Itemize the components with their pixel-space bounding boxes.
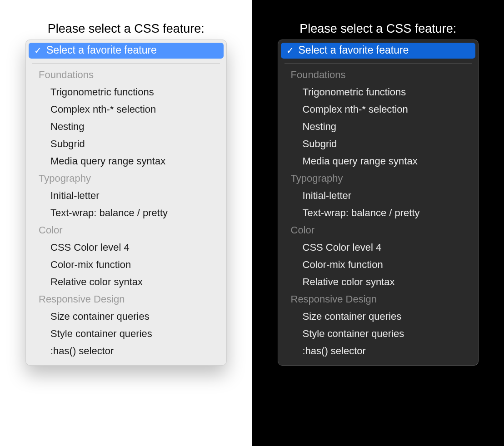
option-trigonometric-functions[interactable]: Trigonometric functions [281, 84, 476, 101]
selected-option[interactable]: ✓ Select a favorite feature [281, 43, 476, 59]
option-has-selector[interactable]: :has() selector [29, 342, 224, 360]
divider [32, 63, 220, 64]
option-style-container-queries[interactable]: Style container queries [29, 325, 224, 342]
option-color-mix-function[interactable]: Color-mix function [29, 256, 224, 273]
option-size-container-queries[interactable]: Size container queries [29, 308, 224, 325]
light-mode-pane: Please select a CSS feature: ✓ Select a … [0, 0, 252, 446]
group-label-responsive-design: Responsive Design [281, 291, 476, 308]
group-label-typography: Typography [29, 170, 224, 187]
prompt-label: Please select a CSS feature: [278, 22, 479, 36]
checkmark-icon: ✓ [286, 46, 294, 55]
option-text-wrap-balance-pretty[interactable]: Text-wrap: balance / pretty [281, 204, 476, 222]
option-subgrid[interactable]: Subgrid [281, 135, 476, 153]
group-label-foundations: Foundations [29, 66, 224, 84]
option-has-selector[interactable]: :has() selector [281, 342, 476, 360]
option-style-container-queries[interactable]: Style container queries [281, 325, 476, 342]
option-media-query-range-syntax[interactable]: Media query range syntax [29, 153, 224, 170]
dark-mode-pane: Please select a CSS feature: ✓ Select a … [252, 0, 504, 446]
option-css-color-level-4[interactable]: CSS Color level 4 [29, 239, 224, 256]
option-media-query-range-syntax[interactable]: Media query range syntax [281, 153, 476, 170]
option-relative-color-syntax[interactable]: Relative color syntax [281, 273, 476, 291]
checkmark-icon: ✓ [34, 46, 42, 55]
select-dropdown[interactable]: ✓ Select a favorite feature FoundationsT… [278, 40, 479, 366]
option-list: FoundationsTrigonometric functionsComple… [29, 66, 224, 360]
selected-option-label: Select a favorite feature [299, 44, 409, 56]
group-label-color: Color [281, 222, 476, 239]
option-initial-letter[interactable]: Initial-letter [29, 187, 224, 204]
option-nesting[interactable]: Nesting [29, 118, 224, 135]
selected-option-label: Select a favorite feature [46, 44, 157, 56]
option-nesting[interactable]: Nesting [281, 118, 476, 135]
selected-option[interactable]: ✓ Select a favorite feature [29, 43, 224, 59]
option-size-container-queries[interactable]: Size container queries [281, 308, 476, 325]
option-list: FoundationsTrigonometric functionsComple… [281, 66, 476, 360]
group-label-color: Color [29, 222, 224, 239]
divider [284, 63, 472, 64]
option-trigonometric-functions[interactable]: Trigonometric functions [29, 84, 224, 101]
option-text-wrap-balance-pretty[interactable]: Text-wrap: balance / pretty [29, 204, 224, 222]
option-color-mix-function[interactable]: Color-mix function [281, 256, 476, 273]
option-subgrid[interactable]: Subgrid [29, 135, 224, 153]
option-complex-nth-selection[interactable]: Complex nth-* selection [29, 101, 224, 118]
select-dropdown[interactable]: ✓ Select a favorite feature FoundationsT… [25, 40, 227, 366]
option-initial-letter[interactable]: Initial-letter [281, 187, 476, 204]
group-label-foundations: Foundations [281, 66, 476, 84]
option-css-color-level-4[interactable]: CSS Color level 4 [281, 239, 476, 256]
group-label-typography: Typography [281, 170, 476, 187]
option-complex-nth-selection[interactable]: Complex nth-* selection [281, 101, 476, 118]
prompt-label: Please select a CSS feature: [25, 22, 227, 36]
option-relative-color-syntax[interactable]: Relative color syntax [29, 273, 224, 291]
group-label-responsive-design: Responsive Design [29, 291, 224, 308]
